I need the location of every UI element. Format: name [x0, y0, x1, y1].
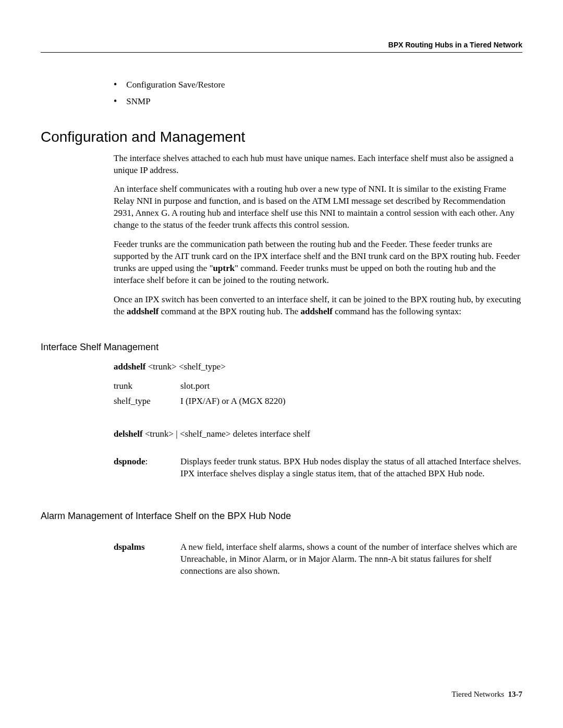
body-paragraph: Once an IPX switch has been converted to…	[114, 294, 522, 318]
bullet-text: Configuration Save/Restore	[126, 79, 225, 91]
page-number: 13-7	[508, 690, 523, 698]
param-row: trunk slot.port	[114, 380, 522, 392]
bullet-icon: •	[114, 80, 117, 89]
subsection-heading: Interface Shelf Management	[41, 342, 522, 353]
command-label: dspnode:	[114, 456, 180, 480]
section-heading: Configuration and Management	[41, 129, 522, 145]
para-text: command at the BPX routing hub. The	[158, 306, 300, 316]
inline-command: addshelf	[301, 306, 333, 316]
footer-label: Tiered Networks	[451, 690, 504, 698]
top-bullet-list: • Configuration Save/Restore • SNMP	[114, 79, 522, 108]
command-name: dspnode	[114, 456, 145, 466]
subsection-heading: Alarm Management of Interface Shelf on t…	[41, 511, 522, 522]
command-description: A new field, interface shelf alarms, sho…	[180, 541, 522, 577]
command-label: dspalms	[114, 541, 180, 577]
body-paragraph: The interface shelves attached to each h…	[114, 153, 522, 177]
inline-command: uptrk	[213, 263, 235, 273]
command-row: dspalms A new field, interface shelf ala…	[114, 541, 522, 577]
command-args: <trunk> <shelf_type>	[145, 362, 226, 372]
command-description: Displays feeder trunk status. BPX Hub no…	[180, 456, 522, 480]
bullet-item: • SNMP	[114, 95, 522, 108]
param-name: shelf_type	[114, 396, 180, 408]
body-paragraph: An interface shelf communicates with a r…	[114, 183, 522, 231]
body-paragraph: Feeder trunks are the communication path…	[114, 239, 522, 287]
param-desc: I (IPX/AF) or A (MGX 8220)	[180, 396, 522, 408]
param-row: shelf_type I (IPX/AF) or A (MGX 8220)	[114, 396, 522, 408]
bullet-text: SNMP	[126, 95, 150, 108]
command-desc: deletes interface shelf	[230, 429, 310, 439]
command-name: addshelf	[114, 362, 145, 372]
page-header: BPX Routing Hubs in a Tiered Network	[41, 41, 522, 53]
command-name: dspalms	[114, 542, 145, 552]
inline-command: addshelf	[127, 306, 158, 316]
bullet-icon: •	[114, 96, 117, 106]
bullet-item: • Configuration Save/Restore	[114, 79, 522, 91]
syntax-line: addshelf <trunk> <shelf_type>	[114, 361, 522, 373]
command-args: <trunk> | <shelf_name>	[143, 429, 231, 439]
param-name: trunk	[114, 380, 180, 392]
syntax-line: delshelf <trunk> | <shelf_name> deletes …	[114, 428, 522, 440]
para-text: command has the following syntax:	[333, 306, 461, 316]
page-footer: Tiered Networks 13-7	[451, 690, 522, 699]
label-suffix: :	[145, 456, 148, 466]
param-desc: slot.port	[180, 380, 522, 392]
header-title: BPX Routing Hubs in a Tiered Network	[388, 41, 522, 49]
command-name: delshelf	[114, 429, 143, 439]
command-row: dspnode: Displays feeder trunk status. B…	[114, 456, 522, 480]
